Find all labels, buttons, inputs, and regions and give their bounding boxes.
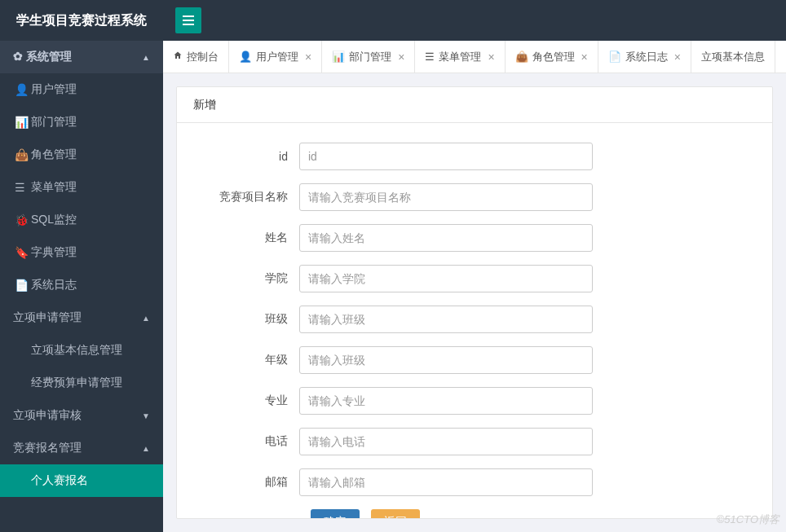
tab-close-icon[interactable]: ×	[674, 51, 681, 64]
sidebar-group-label: 竞赛报名管理	[13, 441, 82, 455]
list-icon: ☰	[15, 181, 31, 194]
caret-up-icon: ▲	[142, 444, 150, 453]
sidebar: ✿ 系统管理 ▲ 👤 用户管理 📊 部门管理 👜 角色管理 ☰ 菜单管理 🐞 S…	[0, 41, 163, 532]
sidebar-item-label: 个人赛报名	[31, 473, 88, 488]
field-label: 班级	[210, 312, 299, 327]
sidebar-group-system[interactable]: ✿ 系统管理 ▲	[0, 41, 163, 73]
field-label: id	[210, 150, 299, 163]
chart-icon: 📊	[15, 116, 31, 129]
bookmark-icon: 🔖	[15, 246, 31, 259]
bag-icon: 👜	[15, 148, 31, 161]
topbar: 学生项目竞赛过程系统	[0, 0, 786, 41]
sidebar-item-label: 经费预算申请管理	[31, 376, 122, 390]
sidebar-item-departments[interactable]: 📊 部门管理	[0, 106, 163, 138]
tab-label: 立项基本信息	[701, 50, 765, 64]
sidebar-item-label: 立项基本信息管理	[31, 343, 122, 358]
sidebar-item-logs[interactable]: 📄 系统日志	[0, 269, 163, 301]
sidebar-item-label: 菜单管理	[31, 180, 77, 195]
layout: ✿ 系统管理 ▲ 👤 用户管理 📊 部门管理 👜 角色管理 ☰ 菜单管理 🐞 S…	[0, 41, 786, 532]
sidebar-item-budget-apply[interactable]: 经费预算申请管理	[0, 367, 163, 399]
sidebar-group-apply-review[interactable]: 立项申请审核 ▼	[0, 399, 163, 432]
class-input[interactable]	[299, 306, 593, 333]
field-row-college: 学院	[210, 265, 740, 292]
field-label: 邮箱	[210, 475, 299, 490]
field-label: 学院	[210, 271, 299, 286]
tab-project-basic[interactable]: 立项基本信息	[691, 41, 775, 73]
tab-label: 控制台	[187, 50, 219, 64]
sidebar-item-users[interactable]: 👤 用户管理	[0, 73, 163, 106]
field-label: 专业	[210, 394, 299, 408]
content-card: 新增 id 竞赛项目名称 姓名 学院	[176, 86, 773, 519]
tab-label: 部门管理	[349, 50, 391, 64]
list-icon: ☰	[425, 51, 435, 63]
caret-down-icon: ▼	[142, 411, 150, 420]
tab-close-icon[interactable]: ×	[398, 51, 404, 64]
field-row-phone: 电话	[210, 428, 740, 455]
sidebar-item-project-basic[interactable]: 立项基本信息管理	[0, 334, 163, 367]
chart-icon: 📊	[332, 51, 345, 63]
field-label: 电话	[210, 434, 299, 449]
field-row-name: 姓名	[210, 224, 740, 252]
user-icon: 👤	[239, 51, 252, 63]
field-row-grade: 年级	[210, 346, 740, 374]
gear-icon: ✿	[13, 50, 26, 63]
sidebar-item-menus[interactable]: ☰ 菜单管理	[0, 171, 163, 204]
sidebar-item-sql[interactable]: 🐞 SQL监控	[0, 204, 163, 236]
grade-input[interactable]	[299, 346, 593, 374]
field-row-email: 邮箱	[210, 468, 740, 496]
tab-close-icon[interactable]: ×	[305, 51, 311, 64]
field-label: 竞赛项目名称	[210, 190, 299, 204]
sidebar-group-competition-signup[interactable]: 竞赛报名管理 ▲	[0, 432, 163, 464]
file-icon: 📄	[608, 51, 621, 63]
main-panel: 控制台 👤 用户管理 × 📊 部门管理 × ☰ 菜单管理 × 👜 角色管理 ×	[163, 41, 786, 532]
project-name-input[interactable]	[299, 183, 593, 211]
sidebar-item-label: 用户管理	[31, 82, 77, 97]
submit-button[interactable]: 确定	[311, 509, 360, 519]
sidebar-item-label: SQL监控	[31, 213, 77, 227]
tab-departments[interactable]: 📊 部门管理 ×	[322, 41, 415, 73]
bag-icon: 👜	[515, 51, 528, 63]
tab-label: 菜单管理	[439, 50, 481, 64]
tab-label: 角色管理	[532, 50, 575, 64]
sidebar-item-label: 角色管理	[31, 147, 77, 162]
caret-up-icon: ▲	[142, 53, 150, 62]
tab-label: 用户管理	[256, 50, 298, 64]
tab-label: 系统日志	[625, 50, 668, 64]
menu-toggle-button[interactable]	[175, 7, 201, 33]
tab-users[interactable]: 👤 用户管理 ×	[229, 41, 322, 73]
tab-roles[interactable]: 👜 角色管理 ×	[506, 41, 598, 73]
bug-icon: 🐞	[15, 213, 31, 226]
brand-title: 学生项目竞赛过程系统	[0, 12, 163, 29]
major-input[interactable]	[299, 387, 593, 415]
sidebar-item-label: 系统日志	[31, 278, 77, 292]
form-actions: 确定 返回	[311, 509, 740, 519]
sidebar-group-label: 立项申请审核	[13, 408, 82, 423]
hamburger-icon	[183, 20, 194, 21]
tab-close-icon[interactable]: ×	[488, 51, 494, 64]
card-header: 新增	[177, 87, 772, 123]
field-row-class: 班级	[210, 306, 740, 333]
sidebar-item-roles[interactable]: 👜 角色管理	[0, 138, 163, 171]
home-icon	[173, 51, 183, 63]
email-input[interactable]	[299, 468, 593, 496]
sidebar-item-dict[interactable]: 🔖 字典管理	[0, 236, 163, 269]
phone-input[interactable]	[299, 428, 593, 455]
field-row-major: 专业	[210, 387, 740, 415]
file-icon: 📄	[15, 279, 31, 292]
back-button[interactable]: 返回	[371, 509, 420, 519]
tab-menus[interactable]: ☰ 菜单管理 ×	[415, 41, 505, 73]
college-input[interactable]	[299, 265, 593, 292]
sidebar-item-label: 字典管理	[31, 245, 77, 260]
sidebar-group-project-apply[interactable]: 立项申请管理 ▲	[0, 301, 163, 334]
name-input[interactable]	[299, 224, 593, 252]
tab-console[interactable]: 控制台	[163, 41, 229, 73]
tab-close-icon[interactable]: ×	[581, 51, 588, 64]
sidebar-item-label: 部门管理	[31, 115, 77, 130]
field-label: 年级	[210, 353, 299, 367]
field-label: 姓名	[210, 231, 299, 245]
form: id 竞赛项目名称 姓名 学院 班级	[177, 123, 772, 519]
id-input[interactable]	[299, 143, 593, 170]
tab-logs[interactable]: 📄 系统日志 ×	[598, 41, 691, 73]
sidebar-item-personal-signup[interactable]: 个人赛报名	[0, 464, 163, 497]
sidebar-group-label: 立项申请管理	[13, 310, 82, 325]
